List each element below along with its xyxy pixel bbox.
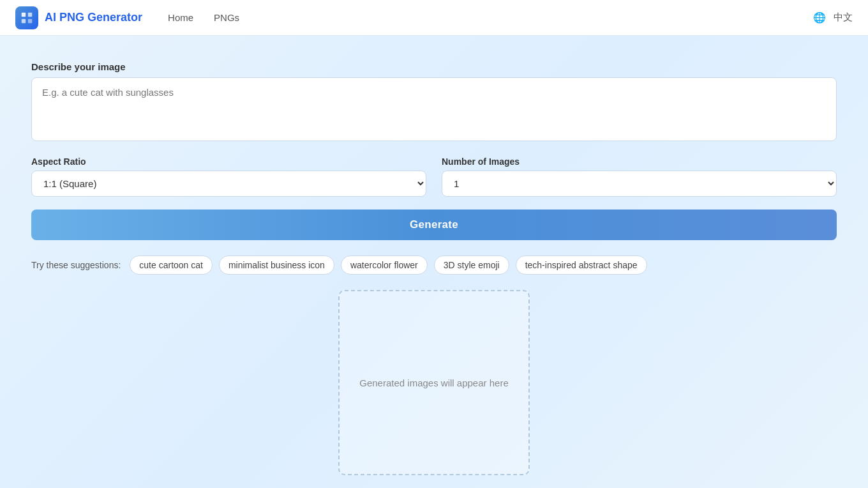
language-icon[interactable]: 🌐 xyxy=(813,11,826,24)
svg-rect-0 xyxy=(22,12,26,16)
svg-rect-3 xyxy=(28,19,32,22)
num-images-group: Number of Images 1 2 3 4 xyxy=(442,156,837,197)
nav-pngs[interactable]: PNGs xyxy=(214,10,239,26)
navbar: AI PNG Generator Home PNGs 🌐 中文 xyxy=(0,0,868,36)
num-images-label: Number of Images xyxy=(442,156,837,167)
suggestions-row: Try these suggestions: cute cartoon cat … xyxy=(31,255,837,275)
app-title: AI PNG Generator xyxy=(45,11,142,24)
suggestion-chip-0[interactable]: cute cartoon cat xyxy=(130,255,213,275)
aspect-ratio-group: Aspect Ratio 1:1 (Square) 4:3 (Landscape… xyxy=(31,156,426,197)
suggestion-chip-4[interactable]: tech-inspired abstract shape xyxy=(516,255,647,275)
suggestions-label: Try these suggestions: xyxy=(31,260,121,270)
svg-rect-2 xyxy=(22,19,26,22)
prompt-textarea[interactable] xyxy=(31,77,837,141)
num-images-select[interactable]: 1 2 3 4 xyxy=(442,171,837,197)
aspect-ratio-select[interactable]: 1:1 (Square) 4:3 (Landscape) 3:4 (Portra… xyxy=(31,171,426,197)
svg-rect-1 xyxy=(28,12,32,16)
suggestion-chip-2[interactable]: watercolor flower xyxy=(341,255,428,275)
generate-button[interactable]: Generate xyxy=(31,210,837,240)
main-content: Describe your image Aspect Ratio 1:1 (Sq… xyxy=(16,36,852,488)
placeholder-text: Generated images will appear here xyxy=(359,377,508,388)
suggestion-chip-1[interactable]: minimalist business icon xyxy=(219,255,334,275)
image-placeholder-area: Generated images will appear here xyxy=(338,290,530,475)
nav-links: Home PNGs xyxy=(168,10,813,26)
logo-wrapper: AI PNG Generator xyxy=(15,6,142,29)
describe-label: Describe your image xyxy=(31,61,837,72)
aspect-ratio-label: Aspect Ratio xyxy=(31,156,426,167)
nav-home[interactable]: Home xyxy=(168,10,193,26)
nav-right: 🌐 中文 xyxy=(813,11,853,24)
logo-icon xyxy=(15,6,38,29)
suggestion-chip-3[interactable]: 3D style emoji xyxy=(434,255,509,275)
controls-row: Aspect Ratio 1:1 (Square) 4:3 (Landscape… xyxy=(31,156,837,197)
language-label[interactable]: 中文 xyxy=(834,11,853,24)
